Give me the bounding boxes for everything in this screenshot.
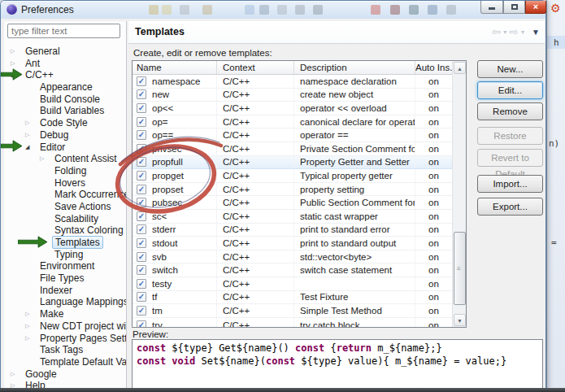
view-menu-icon[interactable]: ▼: [532, 28, 540, 37]
template-checkbox[interactable]: ✓: [137, 265, 146, 275]
expand-icon[interactable]: ▷: [25, 129, 29, 142]
column-header-auto-ins[interactable]: Auto Ins...: [415, 61, 452, 74]
tree-item-content-assist[interactable]: ▷Content Assist: [4, 153, 126, 165]
template-row-testy[interactable]: ✓testyC/C++on: [133, 277, 452, 291]
tree-item-save-actions[interactable]: Save Actions: [4, 201, 126, 213]
tree-item-debug[interactable]: ▷Debug: [4, 129, 126, 142]
forward-icon[interactable]: ⇨: [509, 25, 519, 38]
column-header-name[interactable]: Name: [133, 61, 217, 74]
collapse-icon[interactable]: ◢: [11, 69, 15, 81]
title-bar[interactable]: Preferences ×: [1, 1, 545, 19]
tree-item-code-style[interactable]: ▷Code Style: [4, 117, 126, 129]
export-button[interactable]: Export...: [477, 198, 543, 216]
template-checkbox[interactable]: ✓: [137, 238, 146, 248]
scroll-up-icon[interactable]: ▲: [454, 62, 466, 74]
template-checkbox[interactable]: ✓: [137, 130, 146, 140]
tree-item-template-default-value[interactable]: Template Default Value: [4, 356, 126, 368]
template-checkbox[interactable]: ✓: [137, 171, 146, 181]
tree-item-new-cdt-project-wizard[interactable]: ▷New CDT project wizard: [4, 320, 126, 333]
template-checkbox[interactable]: ✓: [137, 292, 146, 302]
tree-item-task-tags[interactable]: Task Tags: [4, 344, 126, 356]
template-row-namespace[interactable]: ✓namespaceC/C++namespace declarationon: [133, 75, 452, 89]
template-checkbox[interactable]: ✓: [137, 320, 146, 327]
tree-item-general[interactable]: ▷General: [4, 46, 126, 58]
template-row-svb[interactable]: ✓svbC/C++std::vector<byte>on: [133, 250, 452, 264]
filter-input[interactable]: [7, 24, 120, 38]
tree-item-c-c[interactable]: ◢C/C++: [4, 69, 126, 81]
template-checkbox[interactable]: ✓: [137, 157, 146, 167]
new-button[interactable]: New...: [477, 60, 543, 78]
template-row-stdout[interactable]: ✓stdoutC/C++print to standard outputon: [133, 237, 452, 250]
template-row-propfull[interactable]: ✓propfullC/C++Property Getter and Setter…: [133, 156, 452, 170]
scroll-down-icon[interactable]: ▼: [454, 314, 466, 326]
template-row-pubsec[interactable]: ✓pubsecC/C++Public Section Comment for S…: [133, 196, 452, 210]
template-row-op[interactable]: ✓op==C/C++operator ==on: [133, 128, 452, 142]
template-row-propset[interactable]: ✓propsetC/C++property settingon: [133, 183, 452, 197]
tree-item-appearance[interactable]: Appearance: [4, 81, 126, 94]
template-checkbox[interactable]: ✓: [137, 252, 146, 262]
template-checkbox[interactable]: ✓: [137, 211, 146, 221]
back-icon[interactable]: ⇦: [492, 25, 502, 38]
tree-item-property-pages-settings[interactable]: ▷Property Pages Settings: [4, 333, 126, 345]
tree-item-indexer[interactable]: Indexer: [4, 285, 126, 297]
tree-item-build-variables[interactable]: Build Variables: [4, 105, 126, 117]
template-row-stderr[interactable]: ✓stderrC/C++print to standard erroron: [133, 224, 452, 237]
remove-button[interactable]: Remove: [477, 102, 543, 120]
collapse-icon[interactable]: ◢: [25, 142, 29, 154]
import-button[interactable]: Import...: [477, 175, 543, 193]
minimize-button[interactable]: [480, 1, 503, 14]
template-row-op[interactable]: ✓op=C/C++canonical declare for operator=…: [133, 115, 452, 129]
tree-item-scalability[interactable]: Scalability: [4, 213, 126, 225]
expand-icon[interactable]: ▷: [11, 58, 15, 70]
tree-item-file-types[interactable]: File Types: [4, 272, 126, 285]
table-scrollbar[interactable]: ▲ ≡ ▼: [452, 61, 466, 327]
template-checkbox[interactable]: ✓: [137, 89, 146, 99]
preview-pane[interactable]: const ${type} Get${name}() const {return…: [132, 339, 543, 392]
template-row-tm[interactable]: ✓tmC/C++Simple Test Methodon: [133, 304, 452, 318]
template-row-tf[interactable]: ✓tfC/C++Test Fixtureon: [133, 291, 452, 305]
tree-item-ant[interactable]: ▷Ant: [4, 58, 126, 70]
tree-item-environment[interactable]: Environment: [4, 260, 126, 272]
tree-item-mark-occurrences[interactable]: Mark Occurrences: [4, 189, 126, 201]
expand-icon[interactable]: ▷: [40, 153, 44, 165]
column-header-description[interactable]: Description: [294, 61, 415, 74]
tree-item-syntax-coloring[interactable]: Syntax Coloring: [4, 224, 126, 237]
template-checkbox[interactable]: ✓: [137, 306, 146, 316]
template-checkbox[interactable]: ✓: [137, 144, 146, 154]
template-row-propget[interactable]: ✓propgetC/C++Typical property getteron: [133, 169, 452, 183]
expand-icon[interactable]: ▷: [25, 308, 29, 320]
template-row-privsec[interactable]: ✓privsecC/C++Private Section Comment for…: [133, 142, 452, 156]
expand-icon[interactable]: ▷: [25, 320, 29, 333]
template-checkbox[interactable]: ✓: [137, 198, 146, 207]
tree-item-build-console[interactable]: Build Console: [4, 94, 126, 106]
template-row-sc[interactable]: ✓sc<C/C++static cast wrapperon: [133, 210, 452, 224]
tree-item-hovers[interactable]: Hovers: [4, 177, 126, 189]
template-checkbox[interactable]: ✓: [137, 279, 146, 289]
template-row-op[interactable]: ✓op<<C/C++operator << overloadon: [133, 102, 452, 115]
close-button[interactable]: ×: [525, 1, 546, 14]
tree-item-make[interactable]: ▷Make: [4, 308, 126, 320]
template-checkbox[interactable]: ✓: [137, 185, 146, 194]
template-checkbox[interactable]: ✓: [137, 103, 146, 113]
tree-item-editor[interactable]: ◢Editor: [4, 142, 126, 154]
forward-dropdown-icon[interactable]: ▾: [521, 28, 524, 36]
expand-icon[interactable]: ▷: [11, 46, 15, 58]
template-row-switch[interactable]: ✓switchC/C++switch case statementon: [133, 264, 452, 277]
template-checkbox[interactable]: ✓: [137, 224, 146, 234]
tree-item-folding[interactable]: Folding: [4, 165, 126, 177]
column-header-context[interactable]: Context: [217, 61, 294, 74]
template-row-try[interactable]: ✓tryC/C++try catch blockon: [133, 318, 452, 327]
template-checkbox[interactable]: ✓: [137, 76, 146, 86]
template-row-new[interactable]: ✓newC/C++create new objecton: [133, 89, 452, 102]
tree-item-templates[interactable]: Templates: [4, 237, 126, 249]
tree-item-google[interactable]: ▷Google: [4, 368, 126, 381]
tree-item-language-mappings[interactable]: Language Mappings: [4, 296, 126, 308]
expand-icon[interactable]: ▷: [25, 333, 29, 345]
back-dropdown-icon[interactable]: ▾: [503, 28, 506, 36]
edit-button[interactable]: Edit...: [477, 81, 543, 99]
template-checkbox[interactable]: ✓: [137, 117, 146, 127]
expand-icon[interactable]: ▷: [11, 368, 15, 381]
scrollbar-thumb[interactable]: ≡: [454, 232, 466, 305]
maximize-button[interactable]: [503, 1, 525, 14]
tree-item-typing[interactable]: Typing: [4, 249, 126, 261]
